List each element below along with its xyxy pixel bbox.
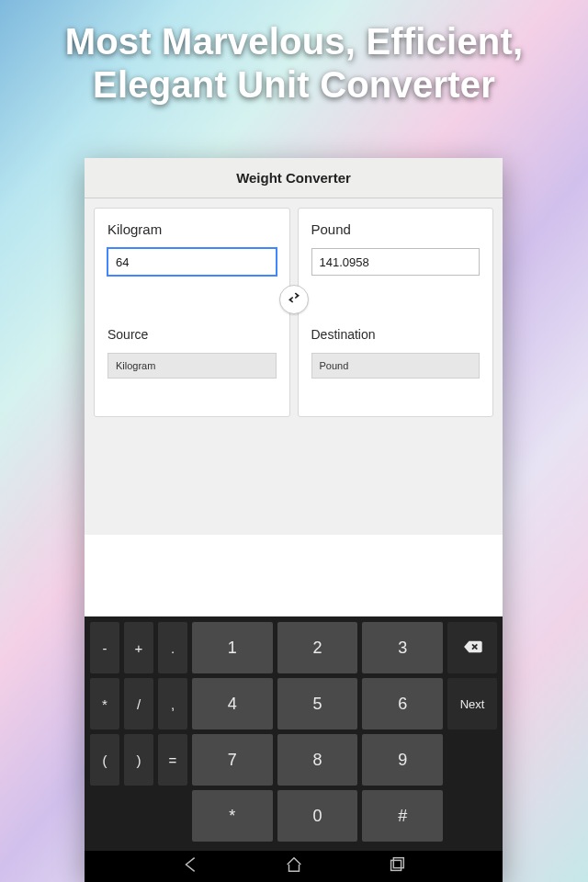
converter-panel: Kilogram Source Kilogram Pound Destinati… — [85, 198, 503, 535]
back-icon[interactable] — [181, 854, 201, 878]
key-5[interactable]: 5 — [277, 678, 358, 729]
source-heading: Source — [107, 327, 277, 342]
next-key[interactable]: Next — [447, 678, 497, 729]
key-3[interactable]: 3 — [362, 622, 443, 673]
page-title: Weight Converter — [236, 170, 351, 186]
destination-unit-picker[interactable]: Pound — [311, 353, 481, 379]
key-9[interactable]: 9 — [362, 734, 443, 786]
key-=[interactable]: = — [158, 734, 187, 786]
source-unit-picker[interactable]: Kilogram — [107, 353, 277, 379]
key--[interactable]: - — [90, 622, 119, 673]
recent-icon[interactable] — [387, 854, 407, 878]
home-icon[interactable] — [284, 854, 304, 878]
key-)[interactable]: ) — [124, 734, 153, 786]
promo-line-1: Most Marvelous, Efficient, — [0, 20, 588, 63]
key-+[interactable]: + — [124, 622, 153, 673]
promo-headline: Most Marvelous, Efficient, Elegant Unit … — [0, 20, 588, 107]
key-7[interactable]: 7 — [192, 734, 273, 786]
key-2[interactable]: 2 — [277, 622, 358, 673]
source-card: Kilogram Source Kilogram — [94, 208, 290, 417]
key-([interactable]: ( — [90, 734, 119, 786]
promo-line-2: Elegant Unit Converter — [0, 63, 588, 107]
destination-unit-picker-value: Pound — [320, 360, 349, 371]
key-,[interactable]: , — [158, 678, 187, 729]
phone-frame: Weight Converter Kilogram Source Kilogra… — [85, 158, 503, 882]
destination-heading: Destination — [311, 327, 481, 342]
swap-button[interactable] — [279, 285, 309, 314]
numeric-keyboard: -+.123*/,456Next()=789*0# — [85, 616, 503, 851]
source-value-input[interactable] — [107, 248, 277, 276]
titlebar: Weight Converter — [85, 158, 503, 198]
key-0[interactable]: 0 — [277, 790, 358, 842]
key-8[interactable]: 8 — [277, 734, 358, 786]
destination-unit-label: Pound — [311, 221, 481, 237]
key-#[interactable]: # — [362, 790, 443, 842]
swap-horiz-icon — [286, 289, 302, 310]
source-unit-label: Kilogram — [107, 221, 277, 237]
backspace-key[interactable] — [447, 622, 497, 673]
backspace-icon — [462, 639, 482, 657]
key-4[interactable]: 4 — [192, 678, 273, 729]
key-1[interactable]: 1 — [192, 622, 273, 673]
key-.[interactable]: . — [158, 622, 187, 673]
key-*[interactable]: * — [192, 790, 273, 842]
key-6[interactable]: 6 — [362, 678, 443, 729]
android-navbar — [85, 851, 503, 882]
key-/[interactable]: / — [124, 678, 153, 729]
destination-card: Pound Destination Pound — [298, 208, 494, 417]
key-*[interactable]: * — [90, 678, 119, 729]
svg-rect-1 — [393, 858, 403, 868]
source-unit-picker-value: Kilogram — [116, 360, 155, 371]
content-spacer — [94, 417, 493, 518]
destination-value-input[interactable] — [311, 248, 481, 276]
svg-rect-0 — [390, 860, 401, 870]
